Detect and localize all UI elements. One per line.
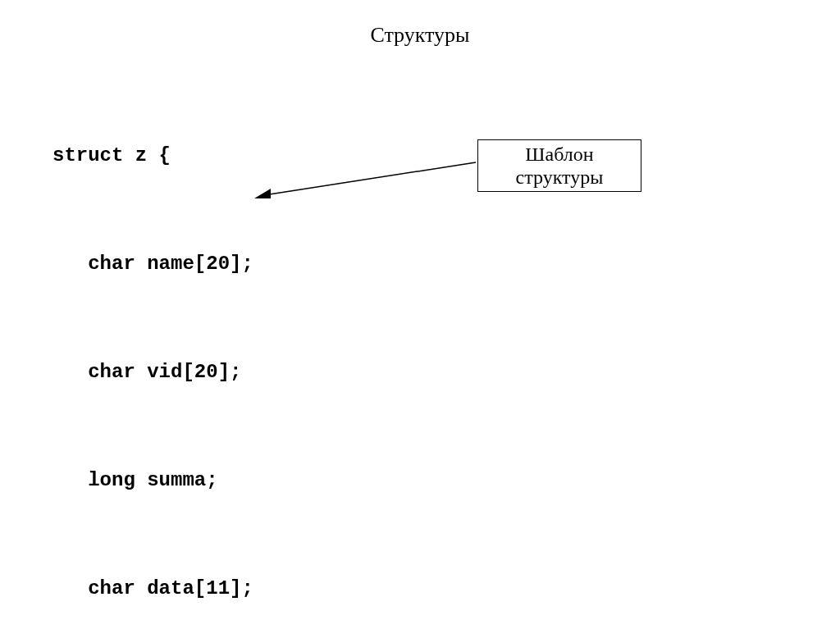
code-line: long summa; xyxy=(52,463,525,499)
annotation-line: Шаблон xyxy=(525,143,593,166)
page-title: Структуры xyxy=(0,23,840,48)
code-line: char vid[20]; xyxy=(52,354,525,390)
code-line: char name[20]; xyxy=(52,246,525,282)
annotation-line: структуры xyxy=(516,166,604,189)
annotation-box: Шаблон структуры xyxy=(477,139,641,192)
code-line: char data[11]; xyxy=(52,571,525,607)
code-block: struct z { char name[20]; char vid[20]; … xyxy=(52,66,525,629)
code-line: struct z { xyxy=(52,138,525,174)
